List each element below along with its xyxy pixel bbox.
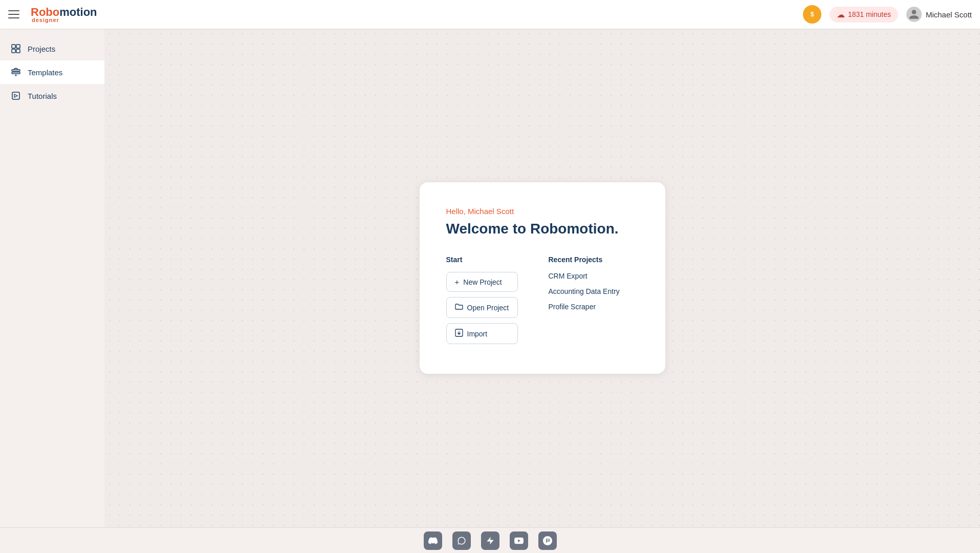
- start-section: Start + New Project Open Project: [446, 256, 518, 349]
- minutes-badge: ☁ 1831 minutes: [830, 7, 898, 23]
- user-name: Michael Scott: [926, 10, 972, 19]
- user-avatar: [906, 7, 922, 22]
- navbar-right: $ ☁ 1831 minutes Michael Scott: [803, 5, 972, 24]
- recent-projects-list: CRM Export Accounting Data Entry Profile…: [549, 272, 620, 311]
- new-project-button[interactable]: + New Project: [446, 272, 518, 292]
- start-label: Start: [446, 256, 518, 264]
- svg-point-8: [15, 75, 17, 76]
- import-icon: [455, 329, 463, 338]
- sidebar-item-tutorials[interactable]: Tutorials: [0, 84, 104, 108]
- main-content: Hello, Michael Scott Welcome to Robomoti…: [104, 29, 980, 527]
- svg-rect-4: [12, 49, 15, 53]
- templates-icon: [10, 67, 21, 78]
- sidebar-item-templates[interactable]: Templates: [0, 60, 104, 84]
- menu-button[interactable]: [8, 6, 25, 23]
- welcome-sections: Start + New Project Open Project: [446, 256, 639, 349]
- tutorials-label: Tutorials: [28, 92, 57, 100]
- svg-rect-9: [12, 92, 19, 99]
- open-project-icon: [455, 303, 463, 312]
- producthunt-icon[interactable]: [538, 531, 557, 550]
- sidebar-item-projects[interactable]: Projects: [0, 37, 104, 60]
- projects-label: Projects: [28, 45, 55, 53]
- welcome-greeting: Hello, Michael Scott: [446, 207, 639, 216]
- zap-icon[interactable]: [481, 531, 499, 550]
- new-project-icon: +: [455, 278, 460, 286]
- recent-project-accounting[interactable]: Accounting Data Entry: [549, 287, 620, 295]
- tutorials-icon: [10, 90, 21, 101]
- youtube-icon[interactable]: [510, 531, 528, 550]
- welcome-card: Hello, Michael Scott Welcome to Robomoti…: [420, 182, 665, 374]
- templates-label: Templates: [28, 68, 62, 77]
- recent-project-crm[interactable]: CRM Export: [549, 272, 620, 280]
- recent-section: Recent Projects CRM Export Accounting Da…: [549, 256, 620, 349]
- coin-icon[interactable]: $: [803, 5, 821, 24]
- svg-rect-2: [12, 45, 15, 48]
- sidebar: Projects Templates Tutorials: [0, 29, 104, 553]
- cloud-icon: ☁: [837, 10, 845, 19]
- svg-rect-6: [12, 70, 20, 71]
- bottom-bar: [0, 527, 980, 553]
- welcome-title: Welcome to Robomotion.: [446, 221, 639, 237]
- minutes-text: 1831 minutes: [848, 10, 891, 18]
- svg-rect-3: [16, 45, 20, 48]
- chat-icon[interactable]: [452, 531, 471, 550]
- import-label: Import: [467, 330, 488, 338]
- logo-designer: designer: [32, 17, 97, 23]
- open-project-label: Open Project: [467, 304, 509, 312]
- user-info[interactable]: Michael Scott: [906, 7, 972, 22]
- svg-rect-7: [12, 72, 20, 74]
- new-project-label: New Project: [463, 278, 502, 286]
- logo: Robo motion designer: [31, 6, 97, 23]
- import-button[interactable]: Import: [446, 323, 518, 344]
- svg-text:$: $: [811, 11, 814, 18]
- navbar: Robo motion designer $ ☁ 1831 minutes Mi…: [0, 0, 980, 29]
- projects-icon: [10, 43, 21, 54]
- svg-rect-5: [16, 49, 20, 53]
- discord-icon[interactable]: [424, 531, 442, 550]
- recent-project-scraper[interactable]: Profile Scraper: [549, 303, 620, 311]
- recent-label: Recent Projects: [549, 256, 620, 264]
- open-project-button[interactable]: Open Project: [446, 297, 518, 318]
